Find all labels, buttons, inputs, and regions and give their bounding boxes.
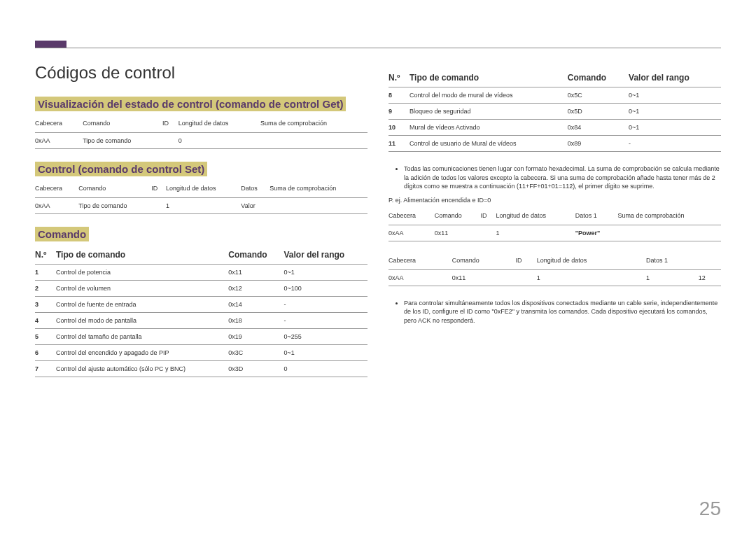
- page-content: Códigos de control Visualización del est…: [0, 0, 756, 418]
- td-nro: 3: [35, 297, 56, 313]
- th: Comando: [78, 182, 151, 198]
- th-nro: N.º: [388, 70, 410, 87]
- th: Cabecera: [35, 182, 78, 198]
- note-list-1: Todas las comunicaciones tienen lugar co…: [397, 164, 721, 191]
- td-cmd: 0x11: [228, 265, 284, 281]
- th: Suma de comprobación: [617, 209, 721, 225]
- th: Cabecera: [388, 254, 452, 270]
- page-title: Códigos de control: [35, 63, 368, 83]
- td-nro: 9: [388, 104, 410, 120]
- comando-table-left: N.º Tipo de comando Comando Valor del ra…: [35, 247, 368, 377]
- set-table: Cabecera Comando ID Longitud de datos Da…: [35, 182, 368, 214]
- td-cmd: 0x5C: [568, 87, 629, 104]
- td-tipo: Mural de vídeos Activado: [410, 120, 568, 136]
- example-table-1: Cabecera Comando ID Longitud de datos Da…: [388, 209, 721, 241]
- td-cmd: 0x18: [228, 313, 284, 329]
- example-label: P. ej. Alimentación encendida e ID=0: [388, 197, 721, 204]
- td-cmd: 0x89: [568, 136, 629, 152]
- td-tipo: Control de usuario de Mural de vídeos: [410, 136, 568, 152]
- td: [260, 133, 368, 149]
- table-row: 3Control de fuente de entrada0x14-: [35, 297, 368, 313]
- td: 0xAA: [35, 133, 83, 149]
- th: Longitud de datos: [166, 182, 241, 198]
- th-tipo: Tipo de comando: [56, 247, 228, 265]
- right-column: N.º Tipo de comando Comando Valor del ra…: [388, 28, 721, 390]
- td-rango: 0~100: [284, 281, 368, 297]
- th: Comando: [83, 117, 162, 133]
- td-cmd: 0x19: [228, 329, 284, 345]
- td-tipo: Control del ajuste automático (sólo PC y…: [56, 361, 228, 377]
- table-row: 6Control del encendido y apagado de PIP0…: [35, 345, 368, 361]
- td-rango: -: [284, 313, 368, 329]
- get-table: Cabecera Comando ID Longitud de datos Su…: [35, 117, 368, 149]
- td-tipo: Control del tamaño de pantalla: [56, 329, 228, 345]
- td-rango: 0~255: [284, 329, 368, 345]
- bullet2: Para controlar simultáneamente todos los…: [404, 299, 721, 325]
- th: ID: [481, 209, 496, 225]
- td-tipo: Control de volumen: [56, 281, 228, 297]
- td: 0xAA: [388, 225, 435, 241]
- td-rango: -: [284, 297, 368, 313]
- td-rango: 0~1: [629, 104, 721, 120]
- td-rango: 0~1: [284, 345, 368, 361]
- th: Comando: [435, 209, 481, 225]
- td-nro: 10: [388, 120, 410, 136]
- td: 0x11: [435, 225, 481, 241]
- td: 1: [496, 225, 575, 241]
- td-rango: 0~1: [629, 120, 721, 136]
- th-rango: Valor del rango: [629, 70, 721, 87]
- td: [162, 133, 178, 149]
- th: Suma de comprobación: [270, 182, 368, 198]
- header-divider: [35, 48, 721, 48]
- note-list-2: Para controlar simultáneamente todos los…: [397, 299, 721, 325]
- th: Cabecera: [388, 209, 435, 225]
- table-row: 2Control de volumen0x120~100: [35, 281, 368, 297]
- th-tipo: Tipo de comando: [410, 70, 568, 87]
- table-row: 10Mural de vídeos Activado0x840~1: [388, 120, 721, 136]
- table-row: 4Control del modo de pantalla0x18-: [35, 313, 368, 329]
- td-tipo: Control del encendido y apagado de PIP: [56, 345, 228, 361]
- td-cmd: 0x3D: [228, 361, 284, 377]
- th-cmd: Comando: [228, 247, 284, 265]
- th: ID: [162, 117, 178, 133]
- td: 1: [537, 269, 646, 286]
- td: 0xAA: [388, 269, 452, 286]
- td: Tipo de comando: [78, 198, 151, 214]
- section-set-heading: Control (comando de control Set): [35, 162, 207, 176]
- comando-table-right: N.º Tipo de comando Comando Valor del ra…: [388, 70, 721, 152]
- td: Valor: [241, 198, 270, 214]
- td: 0xAA: [35, 198, 78, 214]
- th: Cabecera: [35, 117, 83, 133]
- table-row: 5Control del tamaño de pantalla0x190~255: [35, 329, 368, 345]
- th-cmd: Comando: [568, 70, 629, 87]
- th-rango: Valor del rango: [284, 247, 368, 265]
- section-comando-heading: Comando: [35, 227, 89, 241]
- th: Datos 1: [575, 209, 618, 225]
- th: Longitud de datos: [496, 209, 575, 225]
- th: Suma de comprobación: [260, 117, 368, 133]
- section-get-heading: Visualización del estado de control (com…: [35, 97, 346, 111]
- example-table-2: Cabecera Comando ID Longitud de datos Da…: [388, 254, 721, 286]
- bullet1: Todas las comunicaciones tienen lugar co…: [404, 164, 721, 191]
- td-nro: 1: [35, 265, 56, 281]
- th: Longitud de datos: [537, 254, 646, 270]
- td-cmd: 0x84: [568, 120, 629, 136]
- td-nro: 8: [388, 87, 410, 104]
- td: [481, 225, 496, 241]
- td-rango: 0~1: [629, 87, 721, 104]
- td: Tipo de comando: [83, 133, 162, 149]
- td-cmd: 0x5D: [568, 104, 629, 120]
- td-cmd: 0x14: [228, 297, 284, 313]
- th: Datos: [241, 182, 270, 198]
- header-accent: [35, 41, 66, 48]
- td-tipo: Control del modo de mural de vídeos: [410, 87, 568, 104]
- th-nro: N.º: [35, 247, 56, 265]
- th: Comando: [452, 254, 516, 270]
- th: Longitud de datos: [178, 117, 260, 133]
- page-number: 25: [699, 498, 721, 520]
- table-row: 9Bloqueo de seguridad0x5D0~1: [388, 104, 721, 120]
- td-cmd: 0x12: [228, 281, 284, 297]
- td-tipo: Bloqueo de seguridad: [410, 104, 568, 120]
- th: ID: [151, 182, 166, 198]
- td-nro: 11: [388, 136, 410, 152]
